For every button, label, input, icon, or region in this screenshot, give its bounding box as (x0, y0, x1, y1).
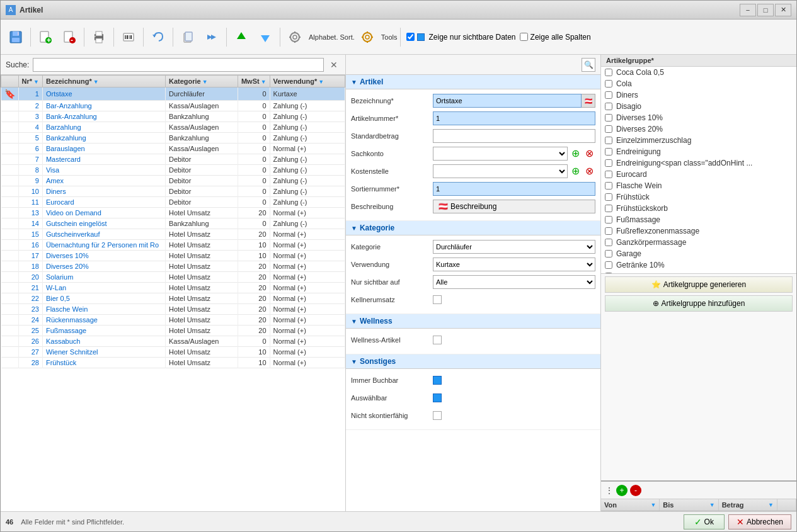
delete-button[interactable]: - (58, 26, 81, 48)
artikelgruppe-checkbox[interactable] (605, 91, 612, 99)
auswahlbar-checkbox[interactable] (433, 393, 442, 402)
artikelgruppe-checkbox[interactable] (605, 148, 612, 156)
artikelgruppe-item[interactable]: Endreinigung (601, 146, 796, 157)
table-row[interactable]: 28FrühstückHotel Umsatz10Normal (+) (1, 358, 345, 368)
table-row[interactable]: 9AmexDebitor0Zahlung (-) (1, 176, 345, 186)
bezeichnung-flag-button[interactable]: 🇦🇹 (582, 94, 595, 108)
price-remove-button[interactable]: - (630, 485, 641, 496)
table-row[interactable]: 4BarzahlungKassa/Auslagen0Zahlung (-) (1, 122, 345, 133)
artikelgruppe-checkbox[interactable] (605, 205, 612, 212)
table-row[interactable]: 5BankzahlungBankzahlung0Zahlung (-) (1, 133, 345, 144)
kostenstelle-add-button[interactable]: ⊕ (569, 164, 582, 177)
kategorie-section-header[interactable]: ▼ Kategorie (346, 221, 600, 235)
table-row[interactable]: 18Diverses 20%Hotel Umsatz20Normal (+) (1, 261, 345, 272)
artikelgruppe-checkbox[interactable] (605, 69, 612, 76)
artikelgruppe-item[interactable]: Frühstück (601, 191, 796, 203)
search-clear-button[interactable]: ✕ (328, 59, 340, 71)
immer-buchbar-checkbox[interactable] (433, 376, 442, 385)
print-button[interactable] (88, 26, 110, 48)
artikelgruppe-item[interactable]: Flasche Wein (601, 180, 796, 191)
panel-search-button[interactable]: 🔍 (582, 58, 595, 72)
table-row[interactable]: 🔖1OrtstaxeDurchläufer0Kurtaxe (1, 88, 345, 101)
col-mwst[interactable]: MwSt▼ (238, 76, 270, 88)
settings-button[interactable] (284, 26, 306, 48)
artikelgruppe-checkbox[interactable] (605, 216, 612, 224)
artikelgruppe-item[interactable]: Diverses 10% (601, 112, 796, 123)
sortiernummer-input[interactable] (433, 182, 595, 196)
col-kategorie[interactable]: Kategorie▼ (165, 76, 238, 88)
close-button[interactable]: ✕ (775, 4, 791, 16)
table-row[interactable]: 25FußmassageHotel Umsatz20Normal (+) (1, 325, 345, 336)
table-row[interactable]: 11EurocardDebitor0Zahlung (-) (1, 197, 345, 208)
price-col-von[interactable]: Von ▼ (601, 499, 660, 511)
new-button[interactable]: + (34, 26, 57, 48)
nur-sichtbar-select[interactable]: Alle (433, 275, 595, 289)
kostenstelle-remove-button[interactable]: ⊗ (583, 164, 595, 177)
kostenstelle-select[interactable] (433, 164, 568, 178)
standardbetrag-input[interactable] (433, 129, 595, 143)
minimize-button[interactable]: − (740, 4, 756, 16)
artikelgruppe-checkbox[interactable] (605, 137, 612, 144)
table-row[interactable]: 15GutscheinverkaufHotel Umsatz20Normal (… (1, 229, 345, 240)
artikelgruppe-item[interactable]: Getränke 10% (601, 259, 796, 271)
move-down-button[interactable] (254, 26, 277, 48)
artikelgruppe-item[interactable]: Eurocard (601, 169, 796, 180)
scan-button[interactable] (117, 26, 140, 48)
artikelgruppe-item[interactable]: Endreinigung<span class="addOnHint ... (601, 157, 796, 169)
artikelgruppe-item[interactable]: Fußmassage (601, 214, 796, 225)
table-row[interactable]: 20SolariumHotel Umsatz20Normal (+) (1, 272, 345, 283)
artikelgruppe-item[interactable]: Diverses 20% (601, 123, 796, 135)
generate-artikelgruppe-button[interactable]: ⭐ Artikelgruppe generieren (605, 276, 793, 293)
col-nr[interactable]: Nr*▼ (18, 76, 42, 88)
artikelgruppe-item[interactable]: Fußreflexzonenmassage (601, 225, 796, 237)
wellness-artikel-checkbox[interactable] (433, 336, 442, 344)
sonstiges-section-header[interactable]: ▼ Sonstiges (346, 354, 600, 369)
artikelgruppe-checkbox[interactable] (605, 250, 612, 258)
table-row[interactable]: 2Bar-AnzahlungKassa/Auslagen0Zahlung (-) (1, 101, 345, 111)
add-artikelgruppe-button[interactable]: ⊕ Artikelgruppe hinzufügen (605, 295, 793, 312)
artikelgruppe-checkbox[interactable] (605, 103, 612, 110)
artikel-section-header[interactable]: ▼ Artikel (346, 75, 600, 89)
search-input[interactable] (33, 58, 324, 72)
all-columns-checkbox[interactable] (520, 33, 528, 41)
verwendung-select[interactable]: Kurtaxe (433, 258, 595, 271)
kategorie-select[interactable]: Durchläufer (433, 240, 595, 254)
price-col-betrag[interactable]: Betrag ▼ (719, 499, 777, 511)
artikelgruppe-checkbox[interactable] (605, 182, 612, 190)
price-add-button[interactable]: + (616, 485, 628, 496)
table-row[interactable]: 7MastercardDebitor0Zahlung (-) (1, 154, 345, 165)
save-button[interactable] (4, 26, 27, 48)
table-row[interactable]: 14Gutschein eingelöstBankzahlung0Zahlung… (1, 218, 345, 229)
artikelgruppe-checkbox[interactable] (605, 125, 612, 133)
artikelgruppe-checkbox[interactable] (605, 193, 612, 201)
sachkonto-select[interactable] (433, 147, 568, 161)
maximize-button[interactable]: □ (757, 4, 774, 16)
artikelgruppe-checkbox[interactable] (605, 239, 612, 246)
artikelgruppe-item[interactable]: Einzelzimmerzuschlag (601, 135, 796, 146)
col-bezeichnung[interactable]: Bezeichnung*▼ (42, 76, 165, 88)
artikelgruppe-checkbox[interactable] (605, 159, 612, 167)
table-row[interactable]: 16Übernachtung für 2 Personen mit RoHote… (1, 240, 345, 251)
tools-button[interactable] (356, 26, 379, 48)
table-row[interactable]: 27Wiener SchnitzelHotel Umsatz10Normal (… (1, 347, 345, 358)
ok-button[interactable]: ✓ Ok (684, 514, 725, 529)
wellness-section-header[interactable]: ▼ Wellness (346, 314, 600, 329)
price-col-bis[interactable]: Bis ▼ (660, 499, 718, 511)
artikelgruppe-checkbox[interactable] (605, 114, 612, 122)
beschreibung-button[interactable]: 🇦🇹 Beschreibung (433, 200, 595, 213)
artikelgruppe-checkbox[interactable] (605, 261, 612, 269)
artikelgruppe-item[interactable]: Garage (601, 248, 796, 259)
col-verwendung[interactable]: Verwendung*▼ (270, 76, 345, 88)
artikelgruppe-checkbox[interactable] (605, 171, 612, 178)
table-row[interactable]: 17Diverses 10%Hotel Umsatz10Normal (+) (1, 251, 345, 261)
table-row[interactable]: 13Video on DemandHotel Umsatz20Normal (+… (1, 208, 345, 218)
bezeichnung-input[interactable] (433, 94, 582, 108)
artikelgruppe-item[interactable]: Cola (601, 78, 796, 89)
copy-button[interactable] (176, 26, 199, 48)
table-row[interactable]: 23Flasche WeinHotel Umsatz20Normal (+) (1, 304, 345, 315)
artikelgruppe-item[interactable]: Coca Cola 0,5 (601, 67, 796, 78)
forward-button[interactable] (200, 26, 223, 48)
visible-data-checkbox[interactable] (406, 33, 415, 41)
table-row[interactable]: 26KassabuchKassa/Auslagen0Normal (+) (1, 336, 345, 347)
table-row[interactable]: 24RückenmassageHotel Umsatz20Normal (+) (1, 315, 345, 325)
